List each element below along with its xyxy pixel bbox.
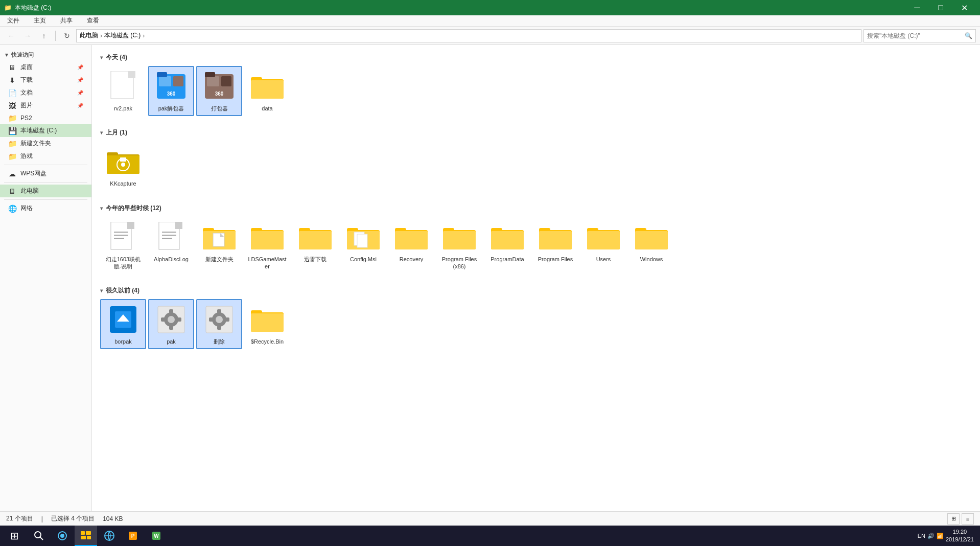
taskbar-app5[interactable]: W (145, 526, 168, 546)
sidebar-item-download[interactable]: ⬇ 下载 📌 (0, 74, 91, 86)
refresh-button[interactable]: ↻ (60, 29, 74, 43)
desktop-icon: 🖥 (8, 63, 16, 72)
start-button[interactable]: ⊞ (2, 526, 27, 546)
sidebar-item-games[interactable]: 📁 游戏 (0, 150, 91, 163)
progfiles86-label: Program Files (x86) (439, 256, 479, 270)
file-alphadisc[interactable]: AlphaDiscLog (148, 217, 194, 275)
chevron-longago: ▾ (100, 288, 103, 293)
file-huanzou[interactable]: 幻走1603联机版-说明 (100, 217, 146, 275)
sidebar-item-pictures[interactable]: 🖼 图片 📌 (0, 99, 91, 112)
title-bar: 📁 本地磁盘 (C:) ─ □ ✕ (0, 0, 980, 15)
menu-home[interactable]: 主页 (31, 15, 49, 26)
file-lds[interactable]: LDSGameMaster (244, 217, 290, 275)
maximize-button[interactable]: □ (929, 0, 952, 15)
search-input[interactable] (867, 32, 963, 39)
newfolder2-label: 新建文件夹 (205, 256, 234, 263)
taskbar-search[interactable] (28, 526, 50, 546)
file-progfiles[interactable]: Program Files (532, 217, 578, 275)
svg-rect-44 (299, 231, 332, 249)
recovery-icon (395, 221, 428, 254)
file-delete[interactable]: 删除 (196, 299, 242, 349)
file-progfiles86[interactable]: Program Files (x86) (436, 217, 482, 275)
file-borpak[interactable]: borpak (100, 299, 146, 349)
svg-text:W: W (154, 533, 159, 539)
sidebar-item-desktop[interactable]: 🖥 桌面 📌 (0, 61, 91, 74)
file-config[interactable]: Config.Msi (340, 217, 386, 275)
menu-share[interactable]: 共享 (57, 15, 76, 26)
huanzou-label: 幻走1603联机版-说明 (103, 256, 143, 270)
status-total: 21 个项目 (6, 514, 33, 523)
section-longago-label: 很久以前 (4) (106, 286, 139, 295)
kkcapture-label: KKcapture (110, 180, 136, 187)
taskbar: ⊞ P W EN 🔊 📶 19:20 2019/12/21 (0, 526, 980, 546)
file-data[interactable]: data (244, 66, 290, 116)
up-button[interactable]: ↑ (37, 29, 51, 43)
menu-view[interactable]: 查看 (84, 15, 102, 26)
svg-rect-10 (221, 76, 231, 86)
file-windows[interactable]: Windows (628, 217, 674, 275)
menu-bar: 文件 主页 共享 查看 (0, 15, 980, 27)
address-bar[interactable]: 此电脑 › 本地磁盘 (C:) › (76, 29, 861, 42)
svg-rect-4 (159, 76, 171, 86)
file-pak-unpack[interactable]: 360 pak解包器 (148, 66, 194, 116)
sidebar-quickaccess-header[interactable]: ▾ 快速访问 (0, 49, 91, 61)
network-icon: 🌐 (8, 204, 16, 213)
taskbar-browser[interactable] (98, 526, 121, 546)
sidebar-item-documents[interactable]: 📄 文档 📌 (0, 86, 91, 99)
svg-rect-61 (539, 231, 572, 249)
pin-icon2: 📌 (77, 77, 83, 83)
address-segment-computer[interactable]: 此电脑 (80, 31, 98, 40)
sidebar-item-thispc[interactable]: 🖥 此电脑 (0, 185, 91, 197)
file-recovery[interactable]: Recovery (388, 217, 434, 275)
section-thisyear-header[interactable]: ▾ 今年的早些时候 (12) (100, 200, 972, 215)
section-lastmonth-label: 上月 (1) (106, 128, 127, 137)
title-bar-icon: 📁 (4, 4, 12, 11)
close-button[interactable]: ✕ (952, 0, 976, 15)
svg-point-91 (60, 534, 64, 538)
file-progdata[interactable]: ProgramData (484, 217, 530, 275)
sidebar: ▾ 快速访问 🖥 桌面 📌 ⬇ 下载 📌 📄 文档 📌 🖼 图片 � (0, 45, 92, 511)
file-xunlei[interactable]: 迅雷下载 (292, 217, 338, 275)
users-label: Users (596, 256, 611, 263)
pak-icon (155, 303, 188, 336)
taskbar-systray: EN 🔊 📶 19:20 2019/12/21 (918, 528, 978, 544)
svg-rect-76 (161, 317, 165, 322)
status-bar: 21 个项目 | 已选择 4 个项目 104 KB ⊞ ≡ (0, 511, 980, 526)
file-pak-pack[interactable]: 360 打包器 (196, 66, 242, 116)
pak-unpack-icon: 360 (155, 70, 188, 103)
sidebar-item-ps2[interactable]: 📁 PS2 (0, 112, 91, 124)
view-list-button[interactable]: ≡ (962, 513, 974, 525)
delete-icon (203, 303, 236, 336)
section-longago-header[interactable]: ▾ 很久以前 (4) (100, 282, 972, 297)
file-pak[interactable]: pak (148, 299, 194, 349)
sidebar-item-cdrive[interactable]: 💾 本地磁盘 (C:) (0, 124, 91, 137)
minimize-button[interactable]: ─ (905, 0, 929, 15)
sidebar-item-newfolder[interactable]: 📁 新建文件夹 (0, 137, 91, 150)
file-newfolder2[interactable]: 新建文件夹 (196, 217, 242, 275)
progfiles-label: Program Files (538, 256, 573, 263)
taskbar-cortana[interactable] (51, 526, 74, 546)
kkcapture-icon (107, 145, 139, 178)
section-today-header[interactable]: ▾ 今天 (4) (100, 49, 972, 64)
rv2pak-icon (107, 70, 139, 103)
section-today-grid: rv2.pak 360 pak (100, 64, 972, 120)
file-rv2pak[interactable]: rv2.pak (100, 66, 146, 116)
file-kkcapture[interactable]: KKcapture (100, 141, 146, 191)
view-grid-button[interactable]: ⊞ (947, 513, 960, 525)
windows-label: Windows (640, 256, 663, 263)
svg-point-20 (121, 163, 125, 167)
file-recycle[interactable]: $Recycle.Bin (244, 299, 290, 349)
section-lastmonth-header[interactable]: ▾ 上月 (1) (100, 124, 972, 139)
sidebar-item-network[interactable]: 🌐 网络 (0, 202, 91, 215)
address-segment-drive[interactable]: 本地磁盘 (C:) (104, 31, 141, 40)
file-users[interactable]: Users (580, 217, 626, 275)
search-bar[interactable]: 🔍 (864, 29, 976, 42)
forward-button[interactable]: → (20, 29, 35, 43)
svg-text:360: 360 (167, 91, 176, 97)
menu-file[interactable]: 文件 (4, 15, 22, 26)
taskbar-app4[interactable]: P (122, 526, 144, 546)
taskbar-explorer[interactable] (75, 526, 97, 546)
sidebar-item-wps[interactable]: ☁ WPS网盘 (0, 167, 91, 180)
back-button[interactable]: ← (4, 29, 18, 43)
search-icon[interactable]: 🔍 (965, 32, 972, 39)
